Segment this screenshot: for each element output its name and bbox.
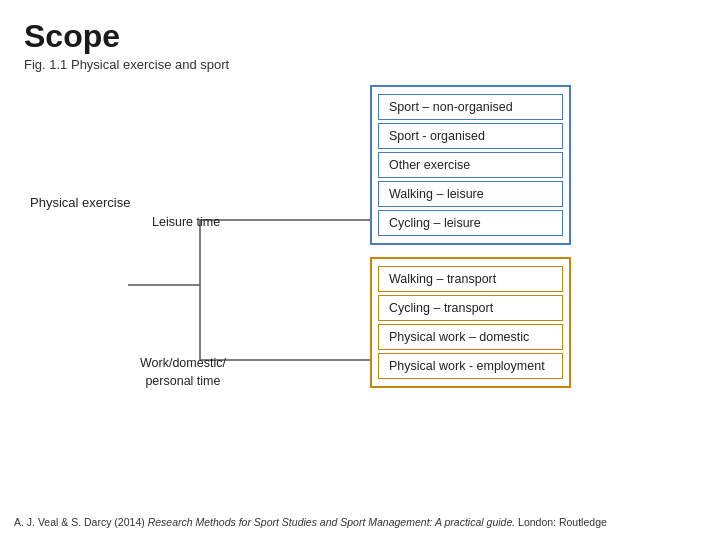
boxes-area: Sport – non-organised Sport - organised … xyxy=(370,85,571,388)
other-exercise-box: Other exercise xyxy=(378,152,563,178)
sport-non-organised-box: Sport – non-organised xyxy=(378,94,563,120)
page-title: Scope xyxy=(0,0,720,57)
leisure-group-box: Sport – non-organised Sport - organised … xyxy=(370,85,571,245)
subtitle: Fig. 1.1 Physical exercise and sport xyxy=(0,57,720,82)
walking-transport-box: Walking – transport xyxy=(378,266,563,292)
work-group-box: Walking – transport Cycling – transport … xyxy=(370,257,571,388)
physical-exercise-label: Physical exercise xyxy=(30,195,130,210)
leisure-time-label: Leisure time xyxy=(152,215,220,229)
physical-work-domestic-box: Physical work – domestic xyxy=(378,324,563,350)
physical-work-employment-box: Physical work - employment xyxy=(378,353,563,379)
footer-text: A. J. Veal & S. Darcy (2014) Research Me… xyxy=(14,516,607,528)
cycling-leisure-box: Cycling – leisure xyxy=(378,210,563,236)
walking-leisure-box: Walking – leisure xyxy=(378,181,563,207)
sport-organised-box: Sport - organised xyxy=(378,123,563,149)
work-domestic-label: Work/domestic/ personal time xyxy=(140,355,226,390)
cycling-transport-box: Cycling – transport xyxy=(378,295,563,321)
